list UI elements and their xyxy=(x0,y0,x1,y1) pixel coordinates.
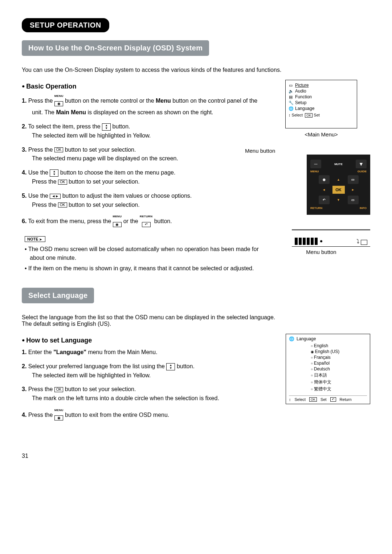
language-subsection-title: Select Language xyxy=(22,288,94,303)
language-section: Select Language Select the language from… xyxy=(22,288,370,427)
step-4: 4. Use the ▲▼ button to choose the item … xyxy=(22,168,263,186)
basic-operation-steps: 1. Press the MENU ◉ button on the remote… xyxy=(22,94,263,229)
osd-item-language: 🌐 Language xyxy=(289,106,354,111)
audio-icon: 🔈 xyxy=(289,89,293,94)
function-icon: ▤ xyxy=(289,95,293,99)
osd-intro: You can use the On-Screen Display system… xyxy=(22,67,370,73)
page-number: 31 xyxy=(22,453,370,459)
ok-button-icon: OK xyxy=(54,147,63,152)
remote-return-label: RETURN xyxy=(310,206,322,210)
menu-button-pointer-remote: Menu button xyxy=(245,148,370,154)
note-2: If the item on the menu is shown in gray… xyxy=(25,264,263,273)
note-list: The OSD menu screen will be closed autom… xyxy=(25,245,263,273)
remote-left-arrow: ◄ xyxy=(322,188,326,192)
step-5: 5. Use the ◄► button to adjust the item … xyxy=(22,192,263,210)
lang-english: English xyxy=(311,343,367,349)
ok-button-icon: OK xyxy=(54,387,63,392)
step-1: 1. Press the MENU ◉ button on the remote… xyxy=(22,94,263,117)
updown-button-icon: ▲▼ xyxy=(166,363,175,370)
lang-japanese: 日本語 xyxy=(311,372,367,379)
updown-button-icon: ▲▼ xyxy=(102,123,111,131)
osd-footer: ↕ Select OK Set xyxy=(289,113,354,117)
language-heading: How to set Language xyxy=(22,337,263,344)
lang-english-us: English (US) xyxy=(311,349,367,354)
step-2: 2. To select the item, press the ▲▼ butt… xyxy=(22,122,263,140)
remote-info-button: ▭ xyxy=(348,196,359,204)
basic-operation-heading: Basic Operation xyxy=(22,83,263,90)
lang-deutsch: Deutsch xyxy=(311,366,367,372)
illustration-col: ▭ Picture 🔈 Audio ▤ Function 🔧 Setup 🌐 xyxy=(272,80,370,255)
remote-down-arrow-button: ▼ xyxy=(356,160,367,168)
globe-icon: 🌐 xyxy=(289,336,294,341)
remote-guide-label: GUIDE xyxy=(358,170,367,173)
language-osd-box: 🌐 Language English English (US) Français… xyxy=(286,334,370,404)
panel-illustration: ⤵ xyxy=(292,229,370,247)
lang-francais: Français xyxy=(311,354,367,360)
basic-operation-col: Basic Operation 1. Press the MENU ◉ butt… xyxy=(22,80,263,275)
osd-section: How to Use the On-Screen Display (OSD) S… xyxy=(22,40,370,275)
osd-item-function: ▤ Function xyxy=(289,94,354,100)
remote-guide-button: ▭ xyxy=(348,175,359,184)
note-1: The OSD menu screen will be closed autom… xyxy=(25,245,263,263)
lang-step-3: 3. Press the OK button to set your selec… xyxy=(22,385,263,403)
remote-menu-label: MENU xyxy=(310,170,319,173)
main-menu-osd-box: ▭ Picture 🔈 Audio ▤ Function 🔧 Setup 🌐 xyxy=(285,80,357,128)
updown-button-icon: ▲▼ xyxy=(50,169,58,177)
language-box-title: Language xyxy=(297,336,316,341)
remote-info-label: INFO xyxy=(360,206,367,210)
menu-button-icon: MENU ◉ xyxy=(54,408,64,422)
ok-button-icon: OK xyxy=(58,202,67,208)
language-intro: Select the language from the list so tha… xyxy=(22,314,370,327)
note-tag: NOTE xyxy=(25,236,45,242)
menu-button-icon: MENU ◉ xyxy=(54,94,64,108)
lang-traditional-chinese: 繁體中文 xyxy=(311,386,367,393)
remote-mute-label: MUTE xyxy=(334,163,343,166)
osd-item-picture: ▭ Picture xyxy=(289,82,354,88)
remote-ok-button: OK xyxy=(332,186,345,194)
remote-right-arrow: ► xyxy=(351,188,355,192)
remote-down-arrow: ▼ xyxy=(337,198,340,202)
language-box-col: 🌐 Language English English (US) Français… xyxy=(272,334,370,404)
osd-item-audio: 🔈 Audio xyxy=(289,88,354,94)
setup-icon: 🔧 xyxy=(289,100,293,105)
panel-menu-button-label: Menu button xyxy=(272,249,370,255)
language-steps: 1. Enter the "Language" menu from the Ma… xyxy=(22,348,263,422)
globe-icon: 🌐 xyxy=(289,106,293,111)
lang-step-2: 2. Select your preferred language from t… xyxy=(22,362,263,380)
language-list: English English (US) Français Español De… xyxy=(289,343,367,393)
step-3: 3. Press the OK button to set your selec… xyxy=(22,145,263,164)
remote-minus-button: — xyxy=(310,160,321,168)
ok-button-icon: OK xyxy=(58,180,67,185)
osd-subsection-title: How to Use the On-Screen Display (OSD) S… xyxy=(22,40,209,56)
language-steps-col: How to set Language 1. Enter the "Langua… xyxy=(22,334,263,427)
remote-up-arrow: ▲ xyxy=(337,178,340,181)
lang-step-4: 4. Press the MENU ◉ button to exit from … xyxy=(22,408,263,422)
return-button-icon: RETURN ↶ xyxy=(140,214,152,229)
remote-illustration: — MUTE ▼ MENU GUIDE ◉ ▲ ▭ ◄ OK ► ↶ xyxy=(307,155,370,215)
section-title: SETUP OPERATION xyxy=(22,18,109,32)
picture-icon: ▭ xyxy=(289,83,293,88)
leftright-button-icon: ◄► xyxy=(50,194,61,199)
lang-step-1: 1. Enter the "Language" menu from the Ma… xyxy=(22,348,263,357)
main-menu-caption: <Main Menu> xyxy=(272,131,370,138)
language-box-footer: ↕Select OKSet ↶Return xyxy=(289,395,367,402)
lang-simplified-chinese: 簡体中文 xyxy=(311,379,367,386)
menu-button-icon: MENU ◉ xyxy=(113,214,122,229)
osd-item-setup: 🔧 Setup xyxy=(289,100,354,106)
remote-return-button: ↶ xyxy=(319,196,330,204)
remote-menu-button: ◉ xyxy=(319,175,330,184)
lang-espanol: Español xyxy=(311,360,367,366)
step-6: 6. To exit from the menu, press the MENU… xyxy=(22,214,263,229)
